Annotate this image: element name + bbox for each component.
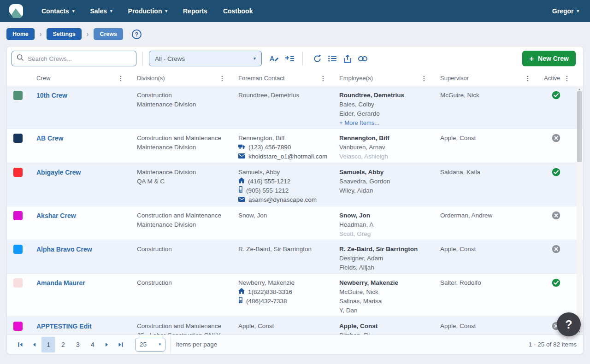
help-fab-button[interactable]: ?	[557, 312, 581, 336]
employee-name: McGuire, Nick	[339, 288, 427, 297]
view-filter-select[interactable]: All - Crews ▾	[149, 51, 262, 66]
nav-item-costbook[interactable]: Costbook	[223, 7, 253, 15]
column-menu-icon[interactable]: ⋮	[525, 75, 531, 82]
crew-link[interactable]: AB Crew	[36, 135, 63, 142]
search-icon	[17, 54, 24, 63]
employee-name: Bales, Colby	[339, 100, 427, 109]
active-check-icon	[552, 91, 560, 129]
table-row[interactable]: Alpha Bravo CrewConstructionR. Ze-Baird,…	[7, 240, 583, 274]
crew-color-swatch	[13, 91, 23, 100]
employee-name: Scott, Greg	[339, 229, 427, 239]
search-input[interactable]	[28, 55, 131, 62]
breadcrumb-crews[interactable]: Crews	[94, 28, 123, 40]
page-button-1[interactable]: 1	[41, 337, 55, 352]
column-header-divisions[interactable]: Division(s)⋮	[130, 70, 231, 86]
employee-name: Newberry, Makenzie	[339, 278, 427, 288]
items-per-page-select[interactable]: 25 ▾	[135, 338, 165, 352]
division-name: Maintenance Division	[137, 100, 225, 109]
column-header-crew[interactable]: Crew⋮	[29, 70, 130, 86]
crew-link[interactable]: Amanda Maurer	[36, 279, 85, 287]
employee-name: Fields, Alijah	[339, 263, 427, 272]
division-name: Construction and Maintenance	[137, 322, 225, 331]
crew-link[interactable]: 10th Crew	[36, 92, 67, 99]
division-name: Maintenance Division	[137, 168, 225, 177]
page-button-2[interactable]: 2	[56, 337, 70, 352]
foreman-contact-truck: (123) 456-7890	[238, 143, 326, 152]
next-page-button[interactable]	[100, 338, 114, 351]
supervisor-name: Orderman, Andrew	[440, 211, 531, 220]
employee-name: Velasco, Ashleigh	[339, 152, 427, 161]
column-header-employees[interactable]: Employee(s)⋮	[332, 70, 433, 86]
user-menu[interactable]: Gregor▾	[552, 7, 579, 15]
employee-name: Bimban, Ri	[339, 331, 427, 335]
breadcrumb-home[interactable]: Home	[6, 28, 35, 40]
chevron-down-icon: ▾	[159, 342, 161, 346]
plus-icon: +	[529, 55, 534, 63]
supervisor-name: Apple, Const	[440, 134, 531, 143]
last-page-button[interactable]	[114, 338, 128, 351]
column-menu-icon[interactable]: ⋮	[320, 75, 326, 82]
page-button-4[interactable]: 4	[86, 337, 100, 352]
mobile-icon	[238, 297, 243, 306]
table-row[interactable]: Akshar CrewConstruction and MaintenanceM…	[7, 206, 583, 240]
page-button-3[interactable]: 3	[71, 337, 85, 352]
table-row[interactable]: Amanda MaurerConstructionNewberry, Maken…	[7, 274, 583, 317]
crews-panel: All - Crews ▾ A	[6, 46, 584, 354]
chevron-down-icon: ▾	[72, 9, 75, 13]
format-font-edit-icon[interactable]: A	[267, 52, 281, 65]
table-row[interactable]: APPTESTING EditConstruction and Maintena…	[7, 317, 583, 335]
chevron-down-icon: ▾	[577, 9, 579, 13]
nav-item-contacts[interactable]: Contacts▾	[41, 7, 74, 15]
email-icon	[238, 152, 245, 161]
first-page-button[interactable]	[13, 338, 27, 351]
division-name: Construction	[137, 245, 225, 254]
new-crew-button[interactable]: + New Crew	[522, 51, 576, 66]
breadcrumb-settings[interactable]: Settings	[47, 28, 81, 40]
pager-divider	[170, 337, 171, 352]
table-header: Crew⋮ Division(s)⋮ Foreman Contact⋮ Empl…	[7, 70, 583, 86]
active-check-icon	[552, 168, 560, 206]
column-menu-icon[interactable]: ⋮	[564, 75, 570, 82]
column-header-supervisor[interactable]: Supervisor⋮	[433, 70, 537, 86]
supervisor-name: Salter, Rodolfo	[440, 278, 531, 288]
refresh-icon[interactable]	[310, 52, 324, 65]
more-items-link[interactable]: + More Items...	[339, 118, 427, 128]
crew-link[interactable]: Akshar Crew	[36, 212, 76, 219]
add-to-list-icon[interactable]	[283, 52, 296, 65]
crew-color-swatch	[13, 278, 23, 288]
list-view-icon[interactable]	[325, 52, 339, 65]
nav-item-sales[interactable]: Sales▾	[90, 7, 112, 15]
search-box	[12, 51, 136, 66]
foreman-name: Rennengton, Biff	[238, 134, 326, 143]
crew-link[interactable]: APPTESTING Edit	[36, 323, 92, 330]
nav-item-reports[interactable]: Reports	[183, 7, 207, 15]
employee-name: Samuels, Abby	[339, 168, 427, 177]
supervisor-name: McGuire, Nick	[440, 91, 531, 100]
table-scrollbar[interactable]: ▲ ▼	[577, 86, 582, 334]
crew-link[interactable]: Abigayle Crew	[36, 169, 81, 176]
foreman-name: Snow, Jon	[238, 211, 326, 220]
column-menu-icon[interactable]: ⋮	[118, 75, 124, 82]
table-row[interactable]: 10th CrewConstructionMaintenance Divisio…	[7, 86, 583, 129]
prev-page-button[interactable]	[27, 338, 41, 351]
page-help-icon[interactable]: ?	[132, 29, 142, 39]
employee-name: Roundtree, Demetrius	[339, 91, 427, 100]
column-menu-icon[interactable]: ⋮	[421, 75, 427, 82]
active-check-icon	[552, 278, 560, 317]
column-header-active[interactable]: Active⋮	[537, 70, 576, 86]
foreman-name: R. Ze-Baird, Sir Barrington	[238, 245, 326, 254]
foreman-name: Apple, Const	[238, 322, 326, 331]
column-menu-icon[interactable]: ⋮	[219, 75, 225, 82]
scrollbar-thumb[interactable]	[577, 91, 582, 162]
copy-link-icon[interactable]	[356, 52, 370, 65]
table-row[interactable]: Abigayle CrewMaintenance DivisionQA M & …	[7, 163, 583, 206]
crew-color-swatch	[13, 322, 23, 331]
table-row[interactable]: AB CrewConstruction and MaintenanceMaint…	[7, 129, 583, 163]
app-logo[interactable]	[8, 3, 24, 19]
crew-color-swatch	[13, 134, 23, 143]
export-icon[interactable]	[341, 52, 354, 65]
crews-toolbar: All - Crews ▾ A	[7, 47, 583, 70]
column-header-foreman[interactable]: Foreman Contact⋮	[231, 70, 332, 86]
nav-item-production[interactable]: Production▾	[128, 7, 167, 15]
crew-link[interactable]: Alpha Bravo Crew	[36, 246, 92, 253]
